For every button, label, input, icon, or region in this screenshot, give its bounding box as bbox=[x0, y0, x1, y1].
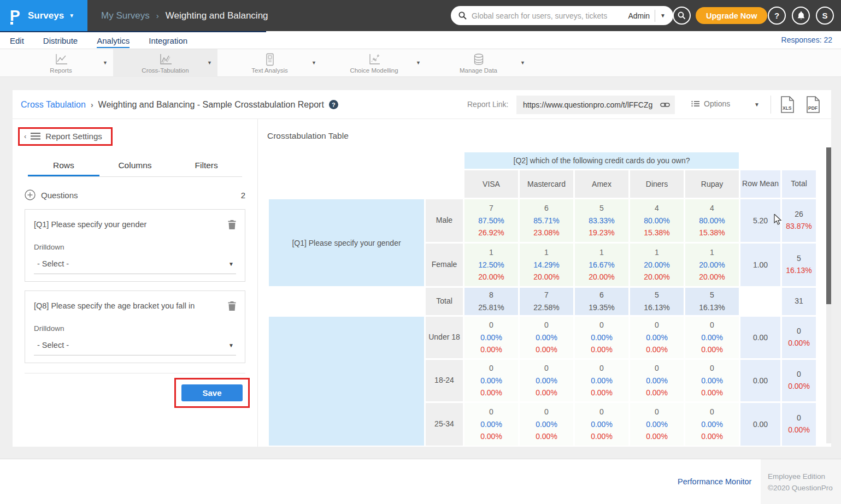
report-settings-annotation: ‹ Report Settings bbox=[18, 127, 113, 146]
collapse-panel-icon[interactable]: ‹ bbox=[24, 132, 26, 140]
nav-item-edit[interactable]: Edit bbox=[10, 33, 24, 48]
save-button[interactable]: Save bbox=[181, 384, 243, 401]
count: 0 bbox=[630, 406, 684, 418]
settings-list-icon[interactable] bbox=[31, 133, 40, 140]
drilldown-select[interactable]: - Select - ▼ bbox=[34, 259, 236, 274]
report-help-icon[interactable]: ? bbox=[329, 100, 338, 109]
chevron-down-icon[interactable]: ▼ bbox=[416, 60, 421, 66]
percent: 16.13% bbox=[630, 301, 684, 314]
options-button[interactable]: Options bbox=[691, 99, 730, 108]
upgrade-now-button[interactable]: Upgrade Now bbox=[696, 7, 767, 24]
data-cell: 6 85.71% 23.08% bbox=[520, 199, 573, 242]
data-cell: 0 0.00% 0.00% bbox=[464, 317, 518, 358]
drilldown-select[interactable]: - Select - ▼ bbox=[34, 341, 236, 355]
settings-tabs: Rows Columns Filters bbox=[28, 155, 242, 177]
toolbar-item-cross-tabulation[interactable]: Cross-Tabulation ▼ bbox=[113, 49, 217, 77]
row-percent: 0.00% bbox=[685, 343, 739, 356]
chevron-down-icon[interactable]: ▼ bbox=[311, 60, 316, 66]
search-input[interactable] bbox=[472, 11, 623, 20]
row-mean-cell: 0.00 bbox=[740, 403, 780, 446]
surveys-product-menu[interactable]: P Surveys ▼ bbox=[0, 0, 87, 31]
row-percent: 26.92% bbox=[464, 227, 518, 239]
options-chevron-icon[interactable]: ▼ bbox=[754, 102, 760, 108]
toolbar-item-manage-data[interactable]: Manage Data ▼ bbox=[426, 49, 531, 77]
breadcrumb: My Surveys › Weighting and Balancing bbox=[101, 0, 268, 31]
tab-filters[interactable]: Filters bbox=[170, 155, 242, 176]
tab-rows[interactable]: Rows bbox=[28, 155, 99, 176]
delete-question-icon[interactable] bbox=[228, 301, 236, 311]
column-header-rupay: Rupay bbox=[685, 170, 739, 198]
notifications-button[interactable] bbox=[792, 7, 810, 25]
count: 6 bbox=[575, 289, 628, 301]
export-pdf-button[interactable]: PDF bbox=[806, 96, 820, 113]
tab-columns[interactable]: Columns bbox=[99, 155, 171, 176]
row-label-25-34: 25-34 bbox=[426, 403, 463, 446]
column-percent: 80.00% bbox=[685, 215, 739, 227]
breadcrumb-my-surveys[interactable]: My Surveys bbox=[101, 10, 150, 21]
cross-tabulation-link[interactable]: Cross Tabulation bbox=[21, 100, 86, 110]
row-percent: 15.38% bbox=[630, 227, 684, 239]
performance-monitor-link[interactable]: Performance Monitor bbox=[678, 477, 751, 486]
spacer-cell bbox=[740, 288, 780, 315]
toolbar-item-label: Choice Modelling bbox=[350, 67, 398, 74]
row-percent: 0.00% bbox=[782, 381, 816, 393]
chevron-down-icon[interactable]: ▼ bbox=[520, 60, 525, 66]
toolbar-item-label: Cross-Tabulation bbox=[142, 67, 189, 74]
nav-item-distribute[interactable]: Distribute bbox=[43, 33, 78, 48]
database-icon bbox=[472, 53, 485, 66]
row-percent: 0.00% bbox=[520, 387, 573, 399]
nav-item-integration[interactable]: Integration bbox=[149, 33, 187, 48]
link-icon[interactable] bbox=[660, 101, 670, 109]
count: 8 bbox=[464, 289, 518, 301]
chevron-down-icon[interactable]: ▼ bbox=[207, 60, 212, 66]
toolbar-item-text-analysis[interactable]: Text Analysis ▼ bbox=[217, 49, 322, 77]
row-percent: 0.00% bbox=[575, 387, 628, 399]
export-xls-button[interactable]: XLS bbox=[780, 96, 795, 113]
data-cell: 4 80.00% 15.38% bbox=[685, 199, 739, 242]
search-scope-chevron-icon[interactable]: ▼ bbox=[660, 13, 666, 19]
count: 1 bbox=[630, 246, 684, 259]
data-cell: 5 83.33% 19.23% bbox=[575, 199, 628, 242]
search-scope-label[interactable]: Admin bbox=[628, 11, 650, 20]
questionpro-logo-icon: P bbox=[9, 7, 23, 25]
total-row-cell: 5 16.13% bbox=[685, 288, 739, 315]
row-percent: 15.38% bbox=[685, 227, 739, 239]
search-submit-button[interactable] bbox=[673, 7, 691, 25]
chevron-down-icon[interactable]: ▼ bbox=[103, 60, 108, 66]
global-search-bar[interactable]: Admin ▼ bbox=[451, 6, 673, 25]
user-avatar[interactable]: S bbox=[816, 7, 834, 25]
total-row-cell: 7 22.58% bbox=[520, 288, 573, 315]
total-row-cell: 5 16.13% bbox=[630, 288, 684, 315]
scrollbar-thumb[interactable] bbox=[826, 147, 831, 304]
row-mean-cell: 1.00 bbox=[740, 244, 780, 286]
count: 0 bbox=[464, 319, 518, 331]
data-cell: 0 0.00% 0.00% bbox=[464, 360, 518, 401]
add-question-icon[interactable] bbox=[25, 189, 36, 200]
percent: 16.13% bbox=[685, 301, 739, 314]
row-percent: 0.00% bbox=[575, 430, 628, 443]
column-percent: 0.00% bbox=[630, 375, 684, 387]
column-percent: 0.00% bbox=[685, 331, 739, 344]
vertical-scrollbar[interactable] bbox=[826, 147, 831, 443]
row-label-female: Female bbox=[426, 244, 463, 286]
report-card: Cross Tabulation › Weighting and Balanci… bbox=[13, 90, 831, 447]
row-label-male: Male bbox=[426, 199, 463, 242]
crosstab-table: [Q2] which of the following credit cards… bbox=[267, 151, 818, 447]
column-percent: 0.00% bbox=[520, 418, 573, 431]
questions-count: 2 bbox=[241, 191, 245, 200]
report-link-box[interactable]: https://www.questionpro.com/t/lFFCZg bbox=[516, 96, 675, 114]
report-settings-label[interactable]: Report Settings bbox=[45, 132, 102, 141]
column-percent: 83.33% bbox=[575, 215, 628, 227]
toolbar-item-choice-modelling[interactable]: Choice Modelling ▼ bbox=[322, 49, 426, 77]
help-button[interactable]: ? bbox=[768, 7, 786, 25]
nav-item-analytics[interactable]: Analytics bbox=[97, 33, 130, 48]
column-percent: 0.00% bbox=[630, 331, 684, 344]
line-chart-icon bbox=[54, 53, 68, 66]
column-header-visa: VISA bbox=[464, 170, 518, 198]
row-percent: 83.87% bbox=[782, 221, 816, 233]
count: 0 bbox=[782, 412, 816, 424]
report-url[interactable]: https://www.questionpro.com/t/lFFCZg bbox=[523, 100, 656, 109]
data-cell: 7 87.50% 26.92% bbox=[464, 199, 518, 242]
toolbar-item-reports[interactable]: Reports ▼ bbox=[9, 49, 113, 77]
delete-question-icon[interactable] bbox=[228, 220, 236, 229]
